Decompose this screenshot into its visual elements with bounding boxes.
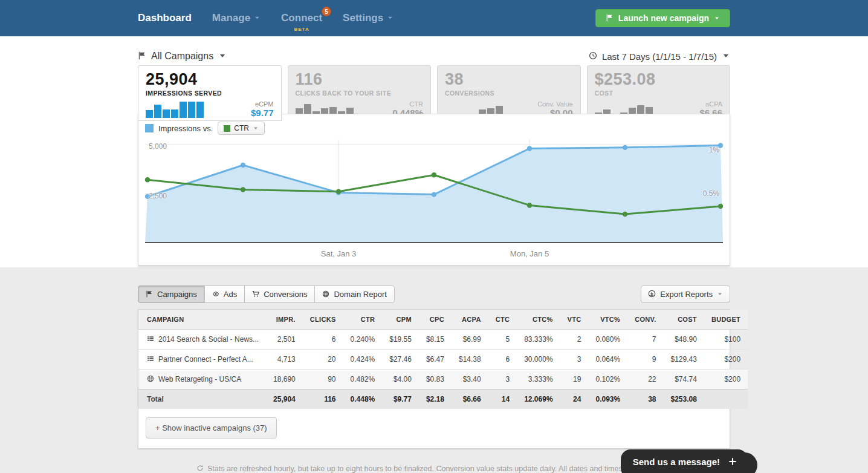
data-point-ctr[interactable] [527,203,532,207]
globe-icon [147,375,154,383]
campaign-name[interactable]: Partner Connect - Perfect A... [158,355,253,364]
table-cell: 30.000% [517,350,560,370]
column-header: CPC [419,310,452,330]
nav-manage[interactable]: Manage [212,12,261,24]
table-cell: 116 [303,390,343,409]
eye-icon [212,290,219,299]
column-header: VTC% [588,310,627,330]
campaigns-table: CAMPAIGNIMPR.CLICKSCTRCPMCPCACPACTCCTC%V… [138,310,748,409]
chevron-down-icon [387,15,394,22]
table-cell: $8.15 [419,330,452,350]
table-cell: 0.093% [588,390,627,409]
data-point-ctr[interactable] [623,212,627,217]
chevron-down-icon [254,15,261,22]
list-icon [147,355,154,364]
table-cell: $4.00 [382,370,419,390]
timeseries-chart[interactable]: 5,000 2,500 1% 0.5% [145,140,723,246]
tab-domain-report[interactable]: Domain Report [314,285,394,303]
table-cell: 3 [488,370,517,390]
table-row[interactable]: Web Retargeting - US/CA18,690900.482%$4.… [138,370,748,390]
table-cell: 6 [303,330,343,350]
ctr-label: CTR [392,100,423,108]
chat-widget[interactable]: Send us a message! [621,449,748,473]
x-axis-tick: Mon, Jan 5 [510,249,549,258]
data-point-ctr[interactable] [432,172,436,177]
data-point-ctr[interactable] [145,177,150,182]
list-icon [147,335,154,344]
table-cell: $6.99 [452,330,488,350]
impressions-legend-swatch [145,124,154,132]
data-point-ctr[interactable] [336,189,341,194]
table-cell: $3.40 [452,370,488,390]
data-point-ctr[interactable] [241,187,245,192]
column-header: CTC% [517,310,560,330]
clicks-value: 116 [296,71,424,89]
table-cell: $74.74 [664,370,704,390]
campaign-name[interactable]: Web Retargeting - US/CA [158,375,241,383]
table-cell: 38 [627,390,663,409]
show-inactive-campaigns-button[interactable]: + Show inactive campaigns (37) [146,417,277,439]
nav-settings[interactable]: Settings [343,12,394,24]
column-header: CAMPAIGN [138,310,266,330]
launch-new-campaign-button[interactable]: Launch new campaign [595,9,730,27]
stat-card-impressions[interactable]: 25,904 IMPRESSIONS SERVED eCPM $9.77 [138,65,282,121]
export-reports-button[interactable]: Export Reports [641,285,730,303]
plus-icon [728,457,737,466]
column-header: COST [664,310,704,330]
table-cell: 6 [488,350,517,370]
table-cell [704,390,748,409]
beta-tag: BETA [294,27,309,32]
stat-card-cost[interactable]: $253.08 COST aCPA $6.66 [587,65,731,121]
campaign-name[interactable]: 2014 Search & Social - News... [158,335,259,344]
table-cell: $14.38 [452,350,488,370]
mini-bar [196,102,204,118]
tab-ads[interactable]: Ads [204,285,245,303]
data-point-ctr[interactable] [718,204,723,209]
mini-bar [180,102,187,117]
chart-legend: Impressions vs. CTR [145,120,723,136]
nav-connect[interactable]: Connect5BETA [281,12,322,24]
tab-conversions[interactable]: Conversions [244,285,315,303]
impressions-mini-chart [146,101,204,118]
nav-connect-label: Connect [281,12,322,24]
table-row[interactable]: Partner Connect - Perfect A...4,713200.4… [138,350,748,370]
nav-manage-label: Manage [212,12,250,24]
tab-campaigns[interactable]: Campaigns [138,285,205,303]
notification-badge: 5 [322,7,331,16]
data-point-impressions[interactable] [623,145,627,150]
stat-card-clicks[interactable]: 116 CLICKS BACK TO YOUR SITE CTR 0.448% [288,65,432,121]
data-point-impressions[interactable] [527,146,532,151]
table-cell: 2 [560,330,589,350]
clicks-label: CLICKS BACK TO YOUR SITE [296,90,424,97]
column-header: CLICKS [303,310,343,330]
table-cell: $200 [704,370,748,390]
dashboard-page: Dashboard Manage Connect5BETA Settings L… [0,0,868,473]
acpa-label: aCPA [699,100,722,108]
chart-panel: Impressions vs. CTR 5,000 2,500 1% 0.5% … [138,114,730,266]
table-cell: 83.333% [517,330,560,350]
chart-canvas[interactable] [145,140,723,246]
metric-dropdown[interactable]: CTR [218,122,265,135]
table-cell: $19.55 [382,330,419,350]
column-header: CTR [343,310,383,330]
table-row[interactable]: 2014 Search & Social - News...2,50160.24… [138,330,748,350]
campaign-selector-label: All Campaigns [151,51,213,62]
data-point-impressions[interactable] [432,192,436,197]
campaign-selector[interactable]: All Campaigns [138,51,227,62]
table-cell: $0.83 [419,370,452,390]
download-icon [648,290,656,299]
nav-dashboard-label: Dashboard [138,12,192,24]
nav-links: Dashboard Manage Connect5BETA Settings [138,12,394,24]
column-header: BUDGET [704,310,748,330]
data-point-impressions[interactable] [241,163,245,168]
table-cell: 14 [488,390,517,409]
launch-button-label: Launch new campaign [618,13,709,23]
date-range-selector[interactable]: Last 7 Days (1/1/15 - 1/7/15) [589,51,730,62]
nav-dashboard[interactable]: Dashboard [138,12,192,24]
y2-axis-tick-1pct: 1% [709,146,719,154]
table-cell: $200 [704,350,748,370]
flag-icon [146,290,153,299]
table-cell: 24 [560,390,589,409]
stat-card-conversions[interactable]: 38 CONVERSIONS Conv. Value $0.00 [437,65,581,121]
x-axis-labels: Sat, Jan 3Mon, Jan 5 [145,247,723,261]
